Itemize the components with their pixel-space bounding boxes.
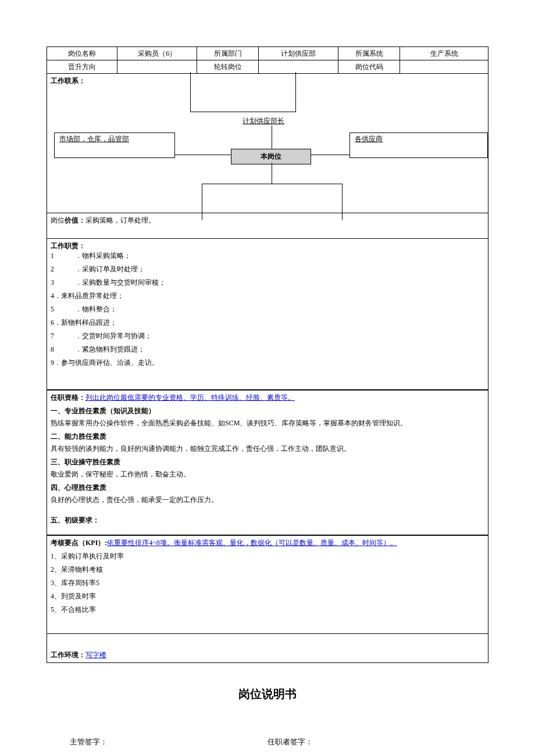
kpi-hint: 依重要性排序4~8项。衡量标准需客观、量化，数据化（可以是数量、质量、成本、时间…	[107, 539, 397, 547]
position-value-label-bold: 价值：	[65, 216, 85, 224]
qual-title-1: 一、专业胜任素质（知识及技能）	[51, 406, 484, 416]
org-line-bottom	[272, 163, 272, 184]
environment-value: 写字楼	[85, 651, 106, 659]
system-label: 所属系统	[338, 47, 400, 60]
department-value: 计划供应部	[259, 47, 338, 60]
kpi-item: 1、采购订单执行及时率	[51, 551, 484, 561]
qualifications-hint: 列出此岗位最低需要的专业资格、学历、特殊训练、经脸、素质等。	[85, 393, 295, 402]
org-right-box: 各供应商	[349, 132, 488, 158]
code-value	[400, 60, 488, 74]
duty-item: 2 ．采购订单及时处理；	[51, 264, 484, 274]
document-title: 岗位说明书	[47, 686, 488, 702]
position-name-value: 采购员（6）	[117, 47, 197, 60]
org-top-label: 计划供应部长	[242, 116, 284, 126]
holder-signature: 任职者签字：	[268, 737, 465, 747]
duties-label: 工作职责：	[51, 241, 484, 251]
qualifications-section: 任职资格：列出此岗位最低需要的专业资格、学历、特殊训练、经脸、素质等。 一、专业…	[47, 390, 488, 535]
qual-title-3: 三、职业操守胜任素质	[51, 457, 484, 467]
position-name-label: 岗位名称	[47, 47, 117, 60]
qualifications-label: 任职资格：	[51, 393, 85, 402]
duty-item: 1 ．物料采购策略；	[51, 251, 484, 261]
header-row-1: 岗位名称 采购员（6） 所属部门 计划供应部 所属系统 生产系统	[47, 47, 488, 60]
qual-body-3: 敬业爱岗，保守秘密，工作热情，勤奋主动。	[51, 470, 484, 479]
code-label: 岗位代码	[338, 60, 400, 74]
header-table: 岗位名称 采购员（6） 所属部门 计划供应部 所属系统 生产系统 晋升方向 轮转…	[47, 46, 488, 74]
environment-section: 工作环境：写字楼	[47, 634, 488, 663]
kpi-item: 3、库存周转率5	[51, 578, 484, 588]
org-left-box: 市场部，仓库，品管部	[54, 132, 175, 158]
org-center-box: 本岗位	[231, 149, 311, 164]
qual-body-1: 熟练掌握常用办公操作软件，全面熟悉采购必备技能、如SCM、谈判技巧、库存策略等，…	[51, 418, 484, 428]
qual-title-2: 二、能力胜任素质	[51, 432, 484, 442]
kpi-label: 考核要点（KPI）:	[51, 539, 107, 547]
qual-body-2: 具有较强的谈判能力，良好的沟通协调能力，能独立完成工作，责任心强，工作主动，团队…	[51, 444, 484, 454]
org-line-left	[175, 155, 231, 155]
environment-label: 工作环境：	[51, 651, 85, 659]
org-frame-upper	[190, 72, 296, 112]
supervisor-signature: 主管签字：	[70, 737, 268, 747]
duty-item: 5 ．物料整合；	[51, 304, 484, 314]
signature-row: 主管签字： 任职者签字：	[47, 737, 488, 747]
org-chart: 计划供应部长 市场部，仓库，品管部 本岗位 各供应商	[51, 86, 484, 220]
org-right-text: 各供应商	[355, 135, 383, 143]
qual-title-4: 四、心理胜任素质	[51, 483, 484, 493]
org-left-text: 市场部，仓库，品管部	[59, 135, 129, 143]
promotion-value	[117, 60, 197, 74]
kpi-section: 考核要点（KPI）:依重要性排序4~8项。衡量标准需客观、量化，数据化（可以是数…	[47, 535, 488, 634]
duties-list: 1 ．物料采购策略； 2 ．采购订单及时处理； 3 ．采购数量与交货时间审核； …	[51, 251, 484, 368]
position-value-section: 岗位价值：采购策略，订单处理。	[47, 213, 488, 239]
org-center-text: 本岗位	[261, 152, 281, 160]
kpi-item: 4、到货及时率	[51, 592, 484, 601]
kpi-item: 5、不合格比率	[51, 605, 484, 615]
duty-item: 3 ．采购数量与交货时间审核；	[51, 278, 484, 288]
org-line-top	[272, 126, 272, 149]
duty-item: 4．来料品质异常处理；	[51, 291, 484, 301]
duty-item: 8 ．紧急物料到货跟进；	[51, 345, 484, 354]
promotion-label: 晋升方向	[47, 60, 117, 74]
work-contact-section: 工作联系： 计划供应部长 市场部，仓库，品管部 本岗位 各供应商	[47, 74, 488, 213]
department-label: 所属部门	[197, 47, 259, 60]
org-line-right	[311, 155, 349, 155]
kpi-item: 2、呆滞物料考核	[51, 565, 484, 575]
system-value: 生产系统	[400, 47, 488, 60]
qual-body-4: 良好的心理状态，责任心强，能承受一定的工作压力。	[51, 495, 484, 505]
duty-item: 7 ．交货时间异常与协调；	[51, 331, 484, 341]
position-value-label: 岗位	[51, 216, 65, 224]
duty-item: 9．参与供应商评估、洽谈、走访。	[51, 358, 484, 368]
duties-section: 工作职责： 1 ．物料采购策略； 2 ．采购订单及时处理； 3 ．采购数量与交货…	[47, 239, 488, 390]
page-container: 岗位名称 采购员（6） 所属部门 计划供应部 所属系统 生产系统 晋升方向 轮转…	[0, 0, 535, 756]
position-value-text: 采购策略，订单处理。	[85, 216, 155, 224]
duty-item: 6．新物料样品跟进；	[51, 318, 484, 328]
qual-title-5: 五、初级要求：	[51, 515, 484, 525]
